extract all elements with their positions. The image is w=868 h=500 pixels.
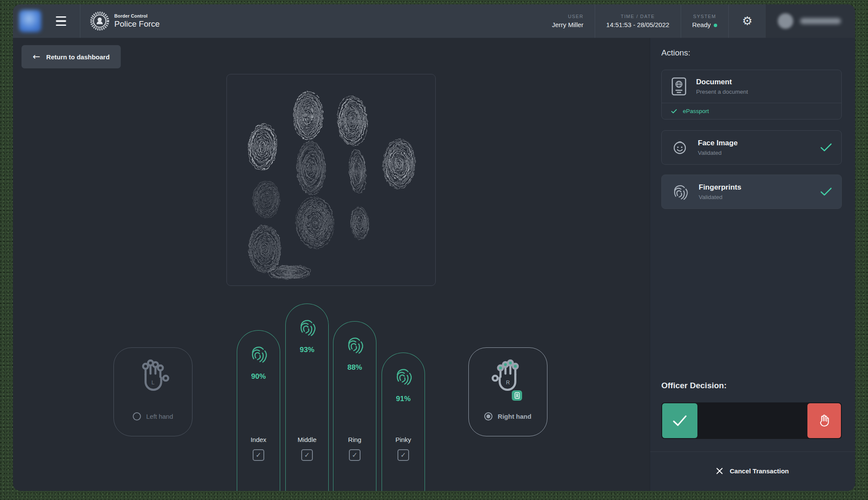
left-hand-radio[interactable] xyxy=(133,412,141,420)
fingerprint-icon xyxy=(345,335,365,355)
finger-name: Index xyxy=(251,436,266,443)
finger-checkbox-pinky[interactable]: ✓ xyxy=(397,449,409,461)
user-section: USER Jerry Miller xyxy=(541,4,595,38)
hand-letter: L xyxy=(152,380,155,386)
brand: Border Control Police Force xyxy=(90,11,160,31)
finger-checkbox-ring[interactable]: ✓ xyxy=(349,449,361,461)
time-date-section: TIME / DATE 14:51:53 - 28/05/2022 xyxy=(595,4,681,38)
profile-name-redacted xyxy=(800,18,841,24)
document-action-card[interactable]: Document Present a document ePassport xyxy=(661,70,842,120)
approve-button[interactable] xyxy=(662,403,697,438)
finger-score: 91% xyxy=(396,395,410,403)
left-hand-card[interactable]: L Left hand xyxy=(113,347,193,436)
finger-column-middle: 93% xyxy=(285,304,329,491)
fingerprint-scan-panel xyxy=(226,74,436,286)
police-badge-icon xyxy=(90,11,110,31)
cancel-transaction-label: Cancel Transaction xyxy=(730,467,789,475)
brand-large-label: Police Force xyxy=(114,19,160,29)
main-content: ← Return to dashboard 90% 93% 88% 91% In… xyxy=(13,38,650,491)
deny-button[interactable] xyxy=(807,403,841,438)
company-logo xyxy=(19,10,41,32)
system-value: Ready xyxy=(692,21,717,28)
brand-small-label: Border Control xyxy=(114,13,160,18)
capture-mode-badge xyxy=(512,390,522,401)
settings-gear-icon[interactable]: ⚙ xyxy=(729,4,766,38)
finger-name: Pinky xyxy=(395,436,411,443)
fingerprints-card-title: Fingerprints xyxy=(699,183,811,192)
fingerprint-icon xyxy=(249,344,269,364)
finger-meta-pinky: Pinky ✓ xyxy=(382,436,425,461)
return-to-dashboard-button[interactable]: ← Return to dashboard xyxy=(21,45,121,68)
right-hand-label: Right hand xyxy=(498,413,531,420)
finger-meta-index: Index ✓ xyxy=(237,436,280,461)
fingerprint-icon xyxy=(671,183,689,201)
right-hand-radio[interactable] xyxy=(484,412,492,420)
document-status-row: ePassport xyxy=(662,103,841,119)
finger-meta-middle: Middle ✓ xyxy=(285,436,329,461)
return-to-dashboard-label: Return to dashboard xyxy=(46,53,110,61)
check-icon xyxy=(671,109,677,113)
top-bar: Border Control Police Force USER Jerry M… xyxy=(13,4,855,38)
finger-column-ring: 88% xyxy=(333,321,376,491)
actions-sidebar: Actions: Document Present a document xyxy=(650,38,855,491)
left-hand-icon: L xyxy=(133,356,173,395)
document-status-value: ePassport xyxy=(683,108,709,114)
officer-decision-heading: Officer Decision: xyxy=(661,381,727,390)
stop-hand-icon xyxy=(817,414,831,428)
time-date-value: 14:51:53 - 28/05/2022 xyxy=(606,21,669,28)
user-label: USER xyxy=(568,14,584,19)
finger-score: 93% xyxy=(300,346,314,354)
finger-name: Middle xyxy=(297,436,316,443)
divider xyxy=(80,4,80,38)
document-card-title: Document xyxy=(696,78,832,86)
finger-column-pinky: 91% xyxy=(382,353,425,491)
system-ready-dot xyxy=(714,24,717,27)
right-hand-card[interactable]: R Right hand xyxy=(468,347,547,436)
close-icon xyxy=(716,468,723,474)
arrow-left-icon: ← xyxy=(33,52,40,62)
actions-heading: Actions: xyxy=(661,48,691,58)
fingerprints-card-subtitle: Validated xyxy=(699,194,811,200)
finger-column-index: 90% xyxy=(237,330,280,491)
fingerprint-slap-image xyxy=(227,74,436,286)
finger-name: Ring xyxy=(348,436,361,443)
validated-check-icon xyxy=(820,187,832,196)
divider xyxy=(650,451,855,452)
time-date-label: TIME / DATE xyxy=(621,14,655,19)
menu-button[interactable] xyxy=(53,14,69,28)
system-section: SYSTEM Ready xyxy=(681,4,728,38)
validated-check-icon xyxy=(820,143,832,152)
company-logo-blur xyxy=(19,10,41,32)
user-value: Jerry Miller xyxy=(552,21,584,28)
finger-score: 90% xyxy=(251,372,266,381)
face-icon xyxy=(671,139,688,156)
fingerprint-icon xyxy=(394,366,413,386)
passport-icon xyxy=(671,77,687,96)
right-hand-icon: R xyxy=(488,356,528,395)
fingerprint-icon xyxy=(297,317,317,337)
app-window: Border Control Police Force USER Jerry M… xyxy=(13,4,855,491)
fingerprints-action-card[interactable]: Fingerprints Validated xyxy=(661,175,842,209)
document-card-subtitle: Present a document xyxy=(696,89,832,95)
hand-letter: R xyxy=(506,380,510,386)
face-image-action-card[interactable]: Face Image Validated xyxy=(661,130,842,165)
finger-checkbox-middle[interactable]: ✓ xyxy=(301,449,313,461)
finger-checkbox-index[interactable]: ✓ xyxy=(253,449,264,461)
finger-meta-ring: Ring ✓ xyxy=(333,436,376,461)
face-card-title: Face Image xyxy=(698,139,811,147)
finger-score: 88% xyxy=(347,363,362,372)
avatar xyxy=(778,13,793,29)
left-hand-label: Left hand xyxy=(146,413,173,420)
profile-menu[interactable] xyxy=(766,4,855,38)
approve-check-icon xyxy=(672,414,688,427)
officer-decision-bar xyxy=(661,402,842,439)
face-card-subtitle: Validated xyxy=(698,150,811,156)
system-label: SYSTEM xyxy=(693,14,716,19)
cancel-transaction-button[interactable]: Cancel Transaction xyxy=(650,461,855,480)
